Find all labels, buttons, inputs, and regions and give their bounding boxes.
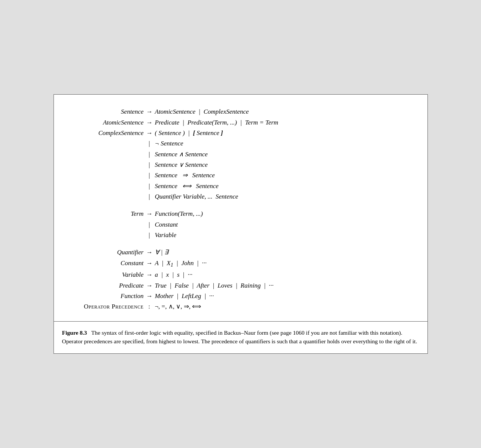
lhs-variable: Variable [69, 270, 144, 280]
colon-operator: : [144, 301, 155, 312]
table-row: | Constant [69, 220, 412, 230]
rhs-predicate: True | False | After | Loves | Raining |… [155, 280, 412, 291]
rhs-complex-7: Quantifier Variable, ... Sentence [155, 191, 412, 202]
table-row: Predicate → True | False | After | Loves… [69, 280, 412, 291]
rhs-complex-3: Sentence ∧ Sentence [155, 149, 412, 160]
bar-4: | [144, 170, 155, 181]
lhs-constant: Constant [69, 258, 144, 270]
bar-2: | [144, 149, 155, 160]
spacer-row [69, 202, 412, 209]
rhs-complex-2: ¬ Sentence [155, 138, 412, 149]
caption-section: Figure 8.3 The syntax of first-order log… [54, 322, 427, 353]
arrow-sentence: → [144, 107, 155, 117]
table-row: Variable → a | x | s | ··· [69, 270, 412, 280]
caption-text: The syntax of first-order logic with equ… [62, 329, 417, 345]
lhs-operator-precedence: Operator Precedence [69, 301, 144, 312]
lhs-empty-7 [69, 220, 144, 230]
table-row: Term → Function(Term, ...) [69, 209, 412, 219]
bar-8: | [144, 230, 155, 240]
rhs-complex-4: Sentence ∨ Sentence [155, 160, 412, 170]
caption-figure-label: Figure 8.3 [62, 329, 87, 336]
rhs-quantifier: ∀ | ∃ [155, 247, 412, 258]
lhs-atomic: AtomicSentence [69, 117, 144, 128]
arrow-function: → [144, 291, 155, 301]
lhs-term: Term [69, 209, 144, 219]
table-row: Constant → A | X1 | John | ··· [69, 258, 412, 270]
rhs-term-2: Constant [155, 220, 412, 230]
lhs-empty-4 [69, 170, 144, 181]
lhs-empty-3 [69, 160, 144, 170]
rhs-operator-precedence: ¬, =, ∧, ∨, ⇒, ⟺ [155, 301, 412, 312]
arrow-atomic: → [144, 117, 155, 128]
arrow-quantifier: → [144, 247, 155, 258]
bar-5: | [144, 181, 155, 191]
bar-3: | [144, 160, 155, 170]
rhs-sentence: AtomicSentence | ComplexSentence [155, 107, 412, 117]
rhs-term-1: Function(Term, ...) [155, 209, 412, 219]
arrow-term: → [144, 209, 155, 219]
lhs-empty-8 [69, 230, 144, 240]
table-row: Quantifier → ∀ | ∃ [69, 247, 412, 258]
table-row: | Variable [69, 230, 412, 240]
table-row: AtomicSentence → Predicate | Predicate(T… [69, 117, 412, 128]
bar-7: | [144, 220, 155, 230]
rhs-complex-6: Sentence ⟺ Sentence [155, 181, 412, 191]
rhs-complex-1: ( Sentence ) | [ Sentence ] [155, 128, 412, 138]
bar-6: | [144, 191, 155, 202]
lhs-function: Function [69, 291, 144, 301]
rhs-constant: A | X1 | John | ··· [155, 258, 412, 270]
table-row: | Quantifier Variable, ... Sentence [69, 191, 412, 202]
grammar-table: Sentence → AtomicSentence | ComplexSente… [69, 107, 412, 312]
table-row: | Sentence ⟺ Sentence [69, 181, 412, 191]
lhs-empty-5 [69, 181, 144, 191]
arrow-complex: → [144, 128, 155, 138]
rhs-atomic: Predicate | Predicate(Term, ...) | Term … [155, 117, 412, 128]
table-row: ComplexSentence → ( Sentence ) | [ Sente… [69, 128, 412, 138]
arrow-constant: → [144, 258, 155, 270]
lhs-empty-2 [69, 149, 144, 160]
grammar-section: Sentence → AtomicSentence | ComplexSente… [54, 95, 427, 321]
arrow-variable: → [144, 270, 155, 280]
lhs-empty-6 [69, 191, 144, 202]
table-row: | ¬ Sentence [69, 138, 412, 149]
table-row: | Sentence ∨ Sentence [69, 160, 412, 170]
rhs-term-3: Variable [155, 230, 412, 240]
lhs-predicate: Predicate [69, 280, 144, 291]
lhs-quantifier: Quantifier [69, 247, 144, 258]
rhs-function: Mother | LeftLeg | ··· [155, 291, 412, 301]
bar-1: | [144, 138, 155, 149]
arrow-predicate: → [144, 280, 155, 291]
lhs-complex: ComplexSentence [69, 128, 144, 138]
page-container: Sentence → AtomicSentence | ComplexSente… [54, 94, 428, 353]
table-row: | Sentence ∧ Sentence [69, 149, 412, 160]
table-row: | Sentence ⇒ Sentence [69, 170, 412, 181]
table-row: Function → Mother | LeftLeg | ··· [69, 291, 412, 301]
lhs-empty-1 [69, 138, 144, 149]
table-row-operator-precedence: Operator Precedence : ¬, =, ∧, ∨, ⇒, ⟺ [69, 301, 412, 312]
lhs-sentence: Sentence [69, 107, 144, 117]
spacer-row-2 [69, 240, 412, 247]
table-row: Sentence → AtomicSentence | ComplexSente… [69, 107, 412, 117]
rhs-complex-5: Sentence ⇒ Sentence [155, 170, 412, 181]
rhs-variable: a | x | s | ··· [155, 270, 412, 280]
